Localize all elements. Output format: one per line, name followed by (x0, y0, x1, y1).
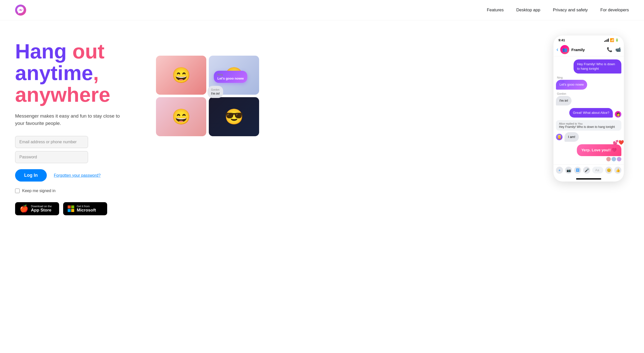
right-panel: 😄 😊 😄 😎 Ning Let's gooo noww Gordon I'm … (141, 36, 629, 187)
app-store-main-text: App Store (31, 208, 52, 213)
home-indicator (576, 178, 601, 180)
nav-for-developers[interactable]: For developers (600, 8, 629, 12)
bubble-lets-gooo: Let's gooo noww (556, 80, 587, 89)
hero-title: Hang out anytime, anywhere (15, 41, 141, 105)
video-card-3: 😄 (156, 97, 206, 136)
user-avatar-small: 👩 (615, 111, 621, 118)
like-icon[interactable]: 👍 (614, 167, 621, 174)
microsoft-store-button[interactable]: Get it from Microsoft (63, 202, 107, 215)
video-call-icon[interactable]: 📹 (615, 47, 621, 52)
main-nav: Features Desktop app Privacy and safety … (487, 8, 629, 13)
hero-word-anytime: anytime, (15, 61, 99, 84)
action-row: Log In Forgotten your password? (15, 169, 141, 182)
reply-text: Hey Framily! Who is down to hang tonight (559, 125, 618, 129)
bubble-row-great: Great! What about Alice? 👩 (556, 108, 621, 118)
sender-gordon: Gordon (557, 92, 566, 95)
main-content: Hang out anytime, anywhere Messenger mak… (0, 20, 644, 225)
bubble-yerp: Yerp. Love you!! 💗 (577, 144, 621, 156)
keep-signed-checkbox[interactable] (15, 189, 20, 193)
photo-icon[interactable]: 🖼 (574, 167, 581, 174)
left-panel: Hang out anytime, anywhere Messenger mak… (15, 36, 141, 215)
group-avatar: 👥 (560, 45, 569, 54)
app-store-sub-text: Download on the (31, 205, 52, 208)
bubble-i-am: I am! (565, 132, 579, 142)
group-name: Framily (571, 48, 605, 52)
emoji-icon[interactable]: 😊 (605, 167, 612, 174)
video-card-1: 😄 (156, 56, 206, 95)
camera-icon[interactable]: 📷 (565, 167, 572, 174)
nav-privacy-safety[interactable]: Privacy and safety (553, 8, 588, 12)
login-form (15, 136, 141, 163)
phone-time: 9:41 (558, 38, 565, 42)
app-store-button[interactable]: 🍎 Download on the App Store (15, 202, 59, 215)
logo-area (15, 5, 26, 16)
hero-word-anywhere: anywhere (15, 83, 110, 106)
message-input[interactable]: Aa (592, 167, 603, 173)
reaction-avatars (556, 157, 621, 161)
reply-label: Alice replied to You (559, 122, 618, 125)
keep-signed-row: Keep me signed in (15, 189, 141, 193)
microsoft-main-text: Microsoft (77, 208, 96, 213)
phone-call-icon[interactable]: 📞 (607, 47, 612, 52)
floating-bubble-ning: Ning Let's gooo noww (214, 71, 247, 83)
keep-signed-label[interactable]: Keep me signed in (22, 189, 56, 193)
reply-preview-bubble: Alice replied to You Hey Framily! Who is… (556, 120, 621, 131)
love-reaction-row: Yerp. Love you!! 💗 💕❤️ (556, 144, 621, 161)
password-input[interactable] (15, 151, 88, 163)
microsoft-sub-text: Get it from (77, 205, 96, 208)
mic-icon[interactable]: 🎤 (583, 167, 590, 174)
video-call-grid: 😄 😊 😄 😎 (156, 56, 259, 136)
page-header: Features Desktop app Privacy and safety … (0, 0, 644, 20)
login-button[interactable]: Log In (15, 169, 47, 182)
bubble-im-in: I'm in! (556, 96, 572, 105)
floating-bubble-gordon: Gordon I'm in! (208, 86, 223, 98)
hero-subtitle: Messenger makes it easy and fun to stay … (15, 113, 121, 127)
microsoft-icon (68, 205, 74, 212)
svg-point-0 (15, 5, 26, 16)
phone-status-bar: 9:41 📶 🔋 (553, 36, 624, 44)
email-input[interactable] (15, 136, 88, 148)
hero-word-hang: Hang (15, 40, 72, 63)
nav-features[interactable]: Features (487, 8, 504, 12)
chat-body: Hey Framily! Who is down to hang tonight… (553, 56, 624, 164)
status-icons: 📶 🔋 (604, 38, 619, 42)
reply-row: Alice replied to You Hey Framily! Who is… (556, 120, 621, 142)
reply-avatar: 👱 (556, 134, 562, 140)
apple-icon: 🍎 (20, 205, 28, 212)
chat-input-bar: + 📷 🖼 🎤 Aa 😊 👍 (553, 164, 624, 177)
wifi-icon: 📶 (610, 38, 614, 42)
forgot-password-link[interactable]: Forgotten your password? (54, 173, 101, 178)
video-card-4: 😎 (209, 97, 259, 136)
phone-mockup: 9:41 📶 🔋 ‹ 👥 Framily (553, 36, 624, 182)
heart-reactions: 💕❤️ (613, 140, 624, 145)
bubble-group-lets-gooo: Ning Let's gooo noww (556, 76, 621, 89)
signal-bars-icon (604, 38, 609, 42)
bubble-great-alice: Great! What about Alice? (569, 108, 613, 118)
back-button[interactable]: ‹ (556, 46, 558, 53)
hero-word-out: out (72, 40, 104, 63)
bubble-group-im-in: Gordon I'm in! (556, 92, 621, 105)
chat-header: ‹ 👥 Framily 📞 📹 (553, 44, 624, 56)
messenger-logo-icon (15, 5, 26, 16)
nav-desktop-app[interactable]: Desktop app (516, 8, 540, 12)
bubble-hey-framily: Hey Framily! Who is down to hang tonight (574, 59, 621, 74)
add-icon[interactable]: + (556, 167, 563, 174)
battery-icon: 🔋 (615, 38, 619, 42)
download-buttons-row: 🍎 Download on the App Store G (15, 202, 141, 215)
